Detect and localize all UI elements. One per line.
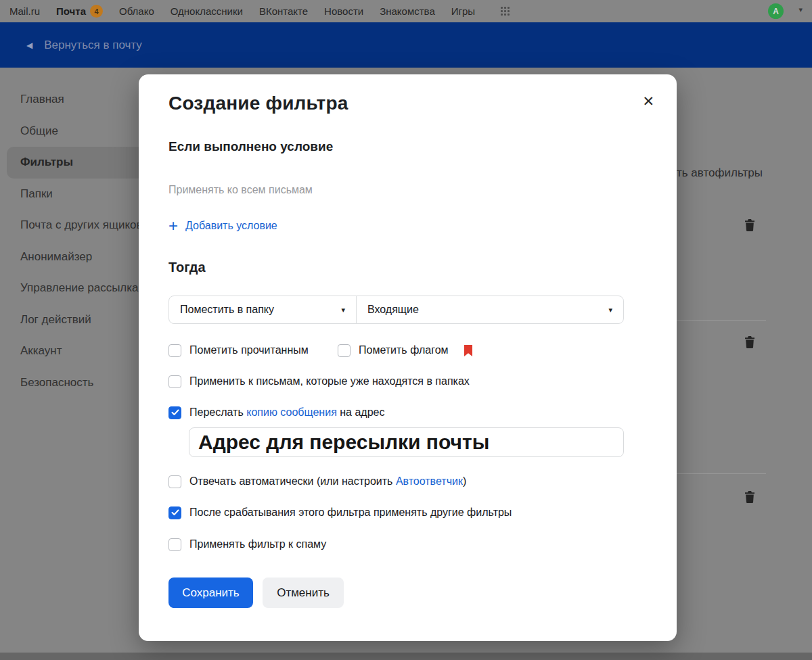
autoreply-option[interactable]: Отвечать автоматически (или настроить Ав… bbox=[168, 475, 647, 488]
add-condition-button[interactable]: + Добавить условие bbox=[168, 219, 277, 233]
sidebar-item-action-log[interactable]: Лог действий bbox=[0, 304, 162, 336]
forward-copy-option[interactable]: Переслать копию сообщения на адрес bbox=[168, 406, 647, 419]
sidebar-item-folders[interactable]: Папки bbox=[0, 179, 162, 210]
nav-odnoklassniki[interactable]: Одноклассники bbox=[171, 5, 243, 17]
sidebar-item-mailings[interactable]: Управление рассылками bbox=[0, 273, 162, 304]
continue-filters-checkbox[interactable] bbox=[168, 506, 181, 519]
page-bottom-edge bbox=[0, 653, 812, 660]
nav-vkontakte[interactable]: ВКонтакте bbox=[259, 5, 308, 17]
plus-icon: + bbox=[168, 219, 178, 233]
continue-filters-option[interactable]: После срабатывания этого фильтра применя… bbox=[168, 506, 647, 519]
mark-flag-checkbox[interactable] bbox=[338, 344, 351, 357]
dialog-actions: Сохранить Отменить bbox=[168, 578, 647, 608]
settings-header-bar: ◀ Вернуться в почту bbox=[0, 22, 812, 68]
checkbox-row: Пометить прочитанным Пометить флагом bbox=[168, 344, 647, 357]
nav-pochta-label: Почта bbox=[56, 5, 86, 17]
all-projects-grid-icon[interactable] bbox=[501, 7, 510, 16]
nav-cloud[interactable]: Облако bbox=[119, 5, 154, 17]
then-section-heading: Тогда bbox=[168, 260, 647, 275]
condition-placeholder-text: Применять ко всем письмам bbox=[168, 184, 647, 196]
continue-filters-label: После срабатывания этого фильтра применя… bbox=[189, 506, 512, 519]
forward-label-pre: Переслать bbox=[189, 406, 244, 418]
chevron-down-icon: ▾ bbox=[341, 306, 345, 314]
forward-copy-label: Переслать копию сообщения на адрес bbox=[189, 406, 384, 419]
condition-section-heading: Если выполнено условие bbox=[168, 139, 647, 154]
autoreply-label-post: ) bbox=[463, 475, 466, 487]
back-to-mail-link[interactable]: Вернуться в почту bbox=[44, 39, 142, 52]
apply-spam-label: Применять фильтр к спаму bbox=[189, 538, 326, 550]
apply-existing-label: Применить к письмам, которые уже находят… bbox=[189, 375, 470, 387]
add-condition-label: Добавить условие bbox=[185, 220, 277, 232]
apply-spam-checkbox[interactable] bbox=[168, 538, 181, 551]
sidebar-item-main[interactable]: Главная bbox=[0, 84, 162, 116]
settings-sidebar: Главная Общие Фильтры Папки Почта с друг… bbox=[0, 84, 162, 398]
action-type-select[interactable]: Поместить в папку ▾ bbox=[169, 296, 357, 323]
forward-label-post: на адрес bbox=[340, 406, 384, 418]
autoreply-checkbox[interactable] bbox=[168, 475, 181, 488]
action-type-value: Поместить в папку bbox=[180, 304, 274, 316]
chevron-down-icon: ▾ bbox=[608, 306, 612, 314]
forward-copy-checkbox[interactable] bbox=[168, 406, 181, 419]
create-filter-dialog: Создание фильтра ✕ Если выполнено услови… bbox=[139, 74, 677, 641]
dialog-title: Создание фильтра bbox=[168, 93, 647, 114]
forward-address-input[interactable] bbox=[189, 427, 624, 457]
mark-flag-option[interactable]: Пометить флагом bbox=[338, 344, 473, 357]
autofilters-label-fragment: ть автофильтры bbox=[677, 166, 763, 180]
red-flag-icon bbox=[464, 345, 473, 356]
unread-count-badge: 4 bbox=[90, 5, 103, 18]
nav-mailru[interactable]: Mail.ru bbox=[9, 5, 40, 17]
autoreply-label-pre: Отвечать автоматически (или настроить bbox=[189, 475, 392, 487]
save-button[interactable]: Сохранить bbox=[168, 578, 253, 608]
cancel-button[interactable]: Отменить bbox=[263, 578, 344, 608]
target-folder-select[interactable]: Входящие ▾ bbox=[357, 296, 623, 323]
apply-existing-checkbox[interactable] bbox=[168, 375, 181, 388]
mark-read-checkbox[interactable] bbox=[168, 344, 181, 357]
apply-existing-option[interactable]: Применить к письмам, которые уже находят… bbox=[168, 375, 647, 388]
nav-pochta[interactable]: Почта 4 bbox=[56, 5, 103, 18]
target-folder-value: Входящие bbox=[367, 304, 419, 316]
delete-filter-trash-icon[interactable] bbox=[744, 219, 755, 234]
action-select-group: Поместить в папку ▾ Входящие ▾ bbox=[168, 296, 624, 324]
autoreply-label: Отвечать автоматически (или настроить Ав… bbox=[189, 475, 466, 488]
delete-filter-trash-icon[interactable] bbox=[744, 336, 755, 351]
mark-read-label: Пометить прочитанным bbox=[189, 344, 309, 356]
sidebar-item-security[interactable]: Безопасность bbox=[0, 367, 162, 399]
back-arrow-icon[interactable]: ◀ bbox=[26, 41, 32, 50]
avatar[interactable]: A bbox=[768, 3, 784, 19]
sidebar-item-other-mailboxes[interactable]: Почта с других ящиков bbox=[0, 210, 162, 241]
mark-flag-label: Пометить флагом bbox=[359, 344, 449, 356]
top-services-bar: Mail.ru Почта 4 Облако Одноклассники ВКо… bbox=[0, 0, 812, 22]
sidebar-item-anonymizer[interactable]: Анонимайзер bbox=[0, 241, 162, 273]
sidebar-item-general[interactable]: Общие bbox=[0, 116, 162, 147]
delete-filter-trash-icon[interactable] bbox=[744, 491, 755, 506]
close-icon[interactable]: ✕ bbox=[642, 94, 654, 108]
autoresponder-link[interactable]: Автоответчик bbox=[396, 475, 463, 487]
nav-dating[interactable]: Знакомства bbox=[380, 5, 435, 17]
forward-copy-link[interactable]: копию сообщения bbox=[246, 406, 337, 418]
sidebar-item-account[interactable]: Аккаунт bbox=[0, 335, 162, 367]
nav-news[interactable]: Новости bbox=[324, 5, 363, 17]
nav-games[interactable]: Игры bbox=[451, 5, 475, 17]
chevron-down-icon[interactable]: ▾ bbox=[798, 5, 803, 14]
mark-read-option[interactable]: Пометить прочитанным bbox=[168, 344, 338, 357]
apply-spam-option[interactable]: Применять фильтр к спаму bbox=[168, 538, 647, 551]
